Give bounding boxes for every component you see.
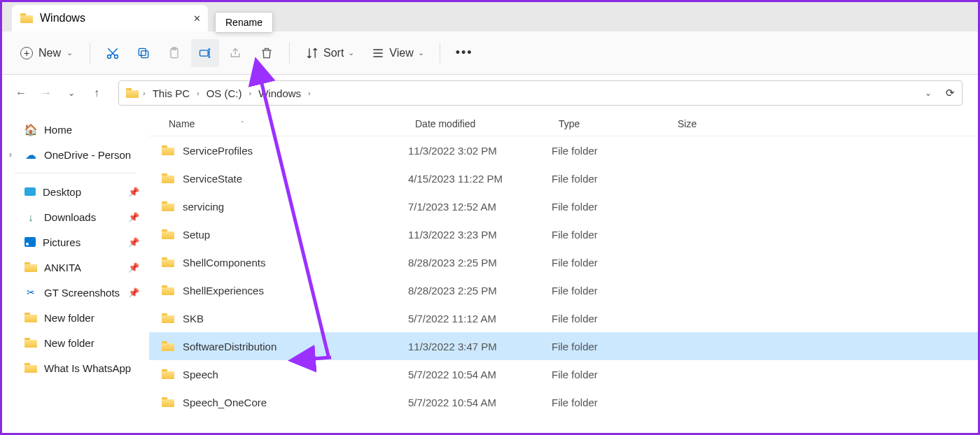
col-date[interactable]: Date modified <box>408 118 552 129</box>
divider <box>15 173 136 173</box>
file-name: SKB <box>183 313 204 325</box>
col-type[interactable]: Type <box>552 118 671 129</box>
cut-button[interactable] <box>99 39 127 67</box>
file-type: File folder <box>552 145 671 157</box>
folder-icon <box>20 13 33 23</box>
sidebar-item[interactable]: Pictures 📌 <box>5 229 146 255</box>
file-date: 8/28/2023 2:25 PM <box>408 285 552 297</box>
sidebar-item-label: GT Screenshots <box>44 287 120 299</box>
table-row[interactable]: Setup 11/3/2022 3:23 PM File folder <box>149 220 978 248</box>
file-date: 11/3/2022 3:23 PM <box>408 229 552 241</box>
col-size[interactable]: Size <box>671 118 741 129</box>
back-button[interactable]: ← <box>10 83 31 104</box>
file-name: ServiceProfiles <box>183 145 253 157</box>
table-row[interactable]: ServiceProfiles 11/3/2022 3:02 PM File f… <box>149 136 978 164</box>
share-button[interactable] <box>222 39 250 67</box>
table-row[interactable]: ShellExperiences 8/28/2023 2:25 PM File … <box>149 276 978 304</box>
file-name: Speech_OneCore <box>183 397 267 408</box>
sidebar-item[interactable]: New folder <box>5 305 146 330</box>
tab-windows[interactable]: Windows ✕ <box>12 5 208 31</box>
table-row[interactable]: SKB 5/7/2022 11:12 AM File folder <box>149 304 978 332</box>
chevron-down-icon: ⌄ <box>348 48 354 57</box>
close-tab-icon[interactable]: ✕ <box>193 13 201 24</box>
folder-icon <box>24 363 37 373</box>
folder-icon <box>24 262 37 272</box>
chevron-right-icon: › <box>249 89 252 97</box>
up-button[interactable]: ↑ <box>86 83 107 104</box>
svg-point-0 <box>108 55 111 58</box>
sidebar-item-label: Home <box>44 124 72 136</box>
chevron-right-icon[interactable]: › <box>9 150 12 159</box>
chevron-down-icon[interactable]: ⌄ <box>925 88 932 98</box>
sidebar: Home › OneDrive - Person Desktop 📌 Downl… <box>2 111 149 433</box>
forward-button[interactable]: → <box>36 83 57 104</box>
file-type: File folder <box>552 397 671 408</box>
chevron-down-icon: ⌄ <box>66 48 73 57</box>
view-label: View <box>389 47 413 59</box>
breadcrumb[interactable]: Windows <box>255 86 304 101</box>
breadcrumb[interactable]: This PC <box>150 86 192 101</box>
rename-button[interactable] <box>191 39 219 67</box>
paste-button[interactable] <box>160 39 188 67</box>
table-row[interactable]: Speech_OneCore 5/7/2022 10:54 AM File fo… <box>149 388 978 416</box>
file-date: 7/1/2023 12:52 AM <box>408 201 552 213</box>
file-date: 4/15/2023 11:22 PM <box>408 173 552 185</box>
pin-icon: 📌 <box>128 237 139 248</box>
file-date: 5/7/2022 11:12 AM <box>408 313 552 325</box>
new-button[interactable]: + New ⌄ <box>12 39 81 67</box>
sidebar-item[interactable]: Desktop 📌 <box>5 179 146 204</box>
scissors-icon <box>24 286 37 299</box>
folder-icon <box>162 145 174 155</box>
file-date: 5/7/2022 10:54 AM <box>408 369 552 380</box>
sidebar-onedrive[interactable]: › OneDrive - Person <box>5 142 146 167</box>
table-row[interactable]: servicing 7/1/2023 12:52 AM File folder <box>149 192 978 220</box>
pin-icon: 📌 <box>128 262 139 273</box>
recent-dropdown[interactable]: ⌄ <box>61 83 82 104</box>
pin-icon: 📌 <box>128 212 139 222</box>
file-type: File folder <box>552 229 671 241</box>
sidebar-item[interactable]: GT Screenshots 📌 <box>5 280 146 305</box>
table-row[interactable]: ShellComponents 8/28/2023 2:25 PM File f… <box>149 248 978 276</box>
svg-rect-3 <box>139 48 146 55</box>
file-date: 11/3/2022 3:02 PM <box>408 145 552 157</box>
file-type: File folder <box>552 201 671 213</box>
sidebar-item-label: What Is WhatsApp <box>44 362 131 374</box>
table-row[interactable]: ServiceState 4/15/2023 11:22 PM File fol… <box>149 164 978 192</box>
new-label: New <box>38 47 61 59</box>
file-type: File folder <box>552 173 671 185</box>
tab-title: Windows <box>40 12 85 24</box>
file-type: File folder <box>552 285 671 297</box>
sidebar-item-label: Downloads <box>44 211 96 223</box>
sidebar-home[interactable]: Home <box>5 117 146 142</box>
file-date: 8/28/2023 2:25 PM <box>408 257 552 269</box>
table-row[interactable]: SoftwareDistribution 11/3/2022 3:47 PM F… <box>149 332 978 360</box>
folder-icon <box>162 313 174 323</box>
folder-icon <box>162 229 174 239</box>
sidebar-item[interactable]: New folder <box>5 330 146 355</box>
pictures-icon <box>24 237 36 247</box>
sidebar-item[interactable]: What Is WhatsApp <box>5 355 146 380</box>
sidebar-item-label: New folder <box>44 337 94 349</box>
view-button[interactable]: View ⌄ <box>364 39 430 67</box>
col-name[interactable]: Name˄ <box>149 118 408 129</box>
table-row[interactable]: Speech 5/7/2022 10:54 AM File folder <box>149 360 978 388</box>
refresh-icon[interactable]: ⟳ <box>946 87 955 99</box>
delete-button[interactable] <box>253 39 281 67</box>
download-icon <box>24 211 37 223</box>
copy-button[interactable] <box>130 39 158 67</box>
sort-button[interactable]: Sort ⌄ <box>298 39 361 67</box>
folder-icon <box>162 173 174 183</box>
sidebar-item[interactable]: ANKITA 📌 <box>5 255 146 280</box>
rename-tooltip: Rename <box>215 12 273 33</box>
file-name: ShellComponents <box>183 257 265 269</box>
file-name: SoftwareDistribution <box>183 341 276 352</box>
sidebar-item[interactable]: Downloads 📌 <box>5 204 146 229</box>
file-name: ServiceState <box>183 173 242 185</box>
chevron-right-icon: › <box>197 89 200 97</box>
more-button[interactable]: ••• <box>449 39 480 67</box>
address-bar[interactable]: › This PC › OS (C:) › Windows › ⌄ ⟳ <box>118 80 962 106</box>
breadcrumb[interactable]: OS (C:) <box>204 86 245 101</box>
file-name: Setup <box>183 229 210 241</box>
sidebar-item-label: Pictures <box>43 236 80 248</box>
svg-rect-2 <box>141 50 148 57</box>
